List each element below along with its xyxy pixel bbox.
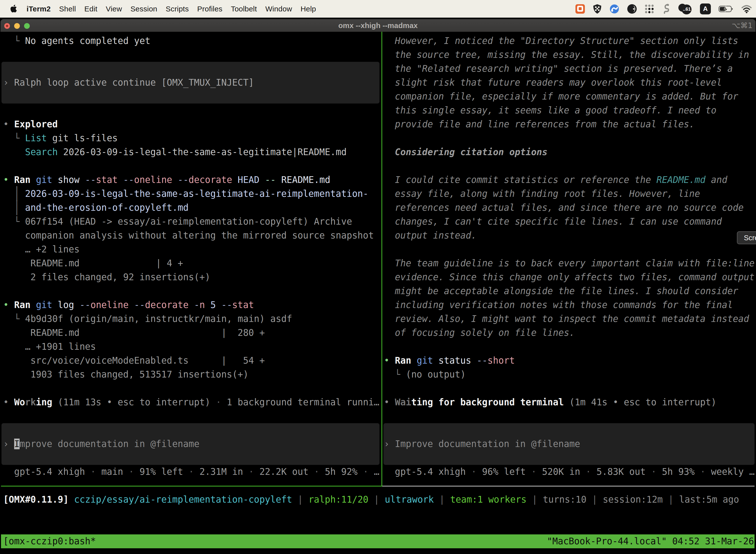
terminal-segment-cyan2: ultrawork: [385, 494, 434, 505]
chat-app-icon-graphic: [575, 4, 585, 14]
menu-item-toolbelt[interactable]: Toolbelt: [231, 5, 257, 13]
terminal-segment-green2: ralph:11/20: [309, 494, 369, 505]
pane-border-bottom-left: [1, 486, 381, 487]
omx-status-region: [OMX#0.11.9] cczip/essay/ai-reimplementa…: [3, 34, 755, 551]
pane-divider[interactable]: [381, 32, 382, 487]
terminal-segment-gray2: session:12m: [603, 494, 663, 505]
dots-grid-icon-graphic: [645, 4, 654, 14]
terminal-content: └ No agents completed yet› Ralph loop ac…: [0, 32, 756, 551]
menu-item-edit[interactable]: Edit: [84, 5, 98, 13]
terminal-line: [OMX#0.11.9] cczip/essay/ai-reimplementa…: [3, 493, 739, 507]
menu-item-scripts[interactable]: Scripts: [166, 5, 189, 13]
terminal-segment-plain: [69, 494, 74, 505]
menu-item-help[interactable]: Help: [301, 5, 316, 13]
percent-badge-icon[interactable]: ..61: [678, 3, 692, 15]
sync-circle-icon[interactable]: [610, 4, 619, 14]
terminal-segment-pipe: |: [434, 494, 450, 505]
apple-icon[interactable]: [10, 5, 17, 12]
terminal-segment-pipe: |: [368, 494, 385, 505]
terminal-segment-pipe: |: [292, 494, 309, 505]
menu-item-iterm2[interactable]: iTerm2: [26, 5, 51, 13]
dragon-icon[interactable]: [662, 4, 670, 14]
input-source-label: A: [703, 5, 708, 13]
terminal-segment-gray2: last:5m ago: [679, 494, 739, 505]
dragon-icon-graphic: [662, 4, 670, 14]
tmux-session-label: [omx-cczip0:bash*: [3, 535, 96, 548]
terminal-segment-green2: team:1 workers: [450, 494, 526, 505]
window-titlebar[interactable]: omx --xhigh --madmax ⌥⌘1: [0, 19, 756, 32]
menu-item-shell[interactable]: Shell: [59, 5, 76, 13]
moon-circle-icon-graphic: [627, 4, 637, 14]
window-title: omx --xhigh --madmax: [0, 19, 756, 32]
tmux-status-bar: [omx-cczip0:bash* "MacBook-Pro-44.local"…: [1, 535, 755, 548]
terminal-window: omx --xhigh --madmax ⌥⌘1 └ No agents com…: [0, 19, 756, 551]
battery-charging-icon[interactable]: [718, 5, 734, 12]
pane-border-bottom-right: [382, 486, 755, 487]
sync-circle-icon-graphic: [610, 4, 619, 14]
menu-item-view[interactable]: View: [106, 5, 122, 13]
menu-item-session[interactable]: Session: [130, 5, 157, 13]
shield-icon[interactable]: [593, 4, 602, 14]
wifi-icon-graphic: [741, 5, 752, 13]
screen-share-button-label: Scre: [744, 234, 756, 242]
menu-bar: iTerm2ShellEditViewSessionScriptsProfile…: [0, 0, 756, 18]
moon-circle-icon[interactable]: [627, 4, 637, 14]
chat-app-icon[interactable]: [575, 4, 585, 14]
wifi-icon[interactable]: [741, 5, 752, 13]
menu-items: iTerm2ShellEditViewSessionScriptsProfile…: [26, 5, 316, 13]
terminal-segment-pipe: |: [526, 494, 543, 505]
dots-grid-icon[interactable]: [645, 4, 654, 14]
tmux-host-clock: "MacBook-Pro-44.local" 04:52 31-Mar-26: [547, 535, 754, 548]
input-source-icon[interactable]: A: [700, 3, 711, 14]
terminal-segment-gray2: turns:10: [543, 494, 586, 505]
terminal-segment-cyan2: cczip/essay/ai-reimplementation-copyleft: [74, 494, 292, 505]
terminal-segment-boldw: [OMX#0.11.9]: [3, 494, 69, 505]
terminal-segment-pipe: |: [586, 494, 603, 505]
terminal-segment-pipe: |: [663, 494, 679, 505]
menu-item-window[interactable]: Window: [265, 5, 292, 13]
percent-badge-label: ..61: [683, 6, 691, 12]
menu-item-profiles[interactable]: Profiles: [197, 5, 223, 13]
screen-share-button[interactable]: Scre: [737, 231, 756, 244]
menu-status-icons: ..61 A: [575, 3, 752, 15]
screen: {"menu_bar":{"apple_icon":"apple-icon","…: [0, 0, 756, 554]
battery-charging-icon-graphic: [718, 5, 734, 12]
window-shortcut-hint: ⌥⌘1: [732, 19, 753, 32]
shield-icon-graphic: [593, 4, 602, 14]
